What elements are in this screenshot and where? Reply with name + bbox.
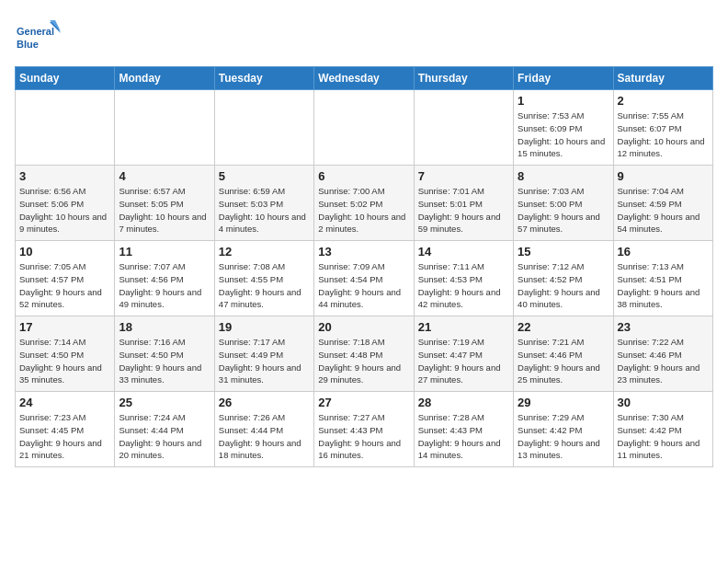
- calendar-cell: 10Sunrise: 7:05 AM Sunset: 4:57 PM Dayli…: [16, 241, 115, 316]
- calendar-cell: [115, 90, 214, 166]
- day-info: Sunrise: 7:55 AM Sunset: 6:07 PM Dayligh…: [618, 109, 709, 160]
- weekday-header-row: SundayMondayTuesdayWednesdayThursdayFrid…: [16, 67, 713, 90]
- day-info: Sunrise: 7:04 AM Sunset: 4:59 PM Dayligh…: [618, 185, 709, 236]
- calendar-cell: 22Sunrise: 7:21 AM Sunset: 4:46 PM Dayli…: [514, 316, 613, 392]
- calendar-cell: 7Sunrise: 7:01 AM Sunset: 5:01 PM Daylig…: [414, 166, 513, 241]
- weekday-header-saturday: Saturday: [613, 67, 712, 90]
- svg-text:Blue: Blue: [17, 39, 39, 50]
- header: General Blue: [15, 15, 713, 59]
- day-number: 30: [618, 396, 709, 409]
- day-number: 25: [119, 396, 210, 409]
- calendar-cell: 11Sunrise: 7:07 AM Sunset: 4:56 PM Dayli…: [115, 241, 214, 316]
- calendar-table: SundayMondayTuesdayWednesdayThursdayFrid…: [15, 66, 713, 467]
- calendar-cell: 14Sunrise: 7:11 AM Sunset: 4:53 PM Dayli…: [414, 241, 513, 316]
- logo: General Blue: [15, 18, 61, 59]
- day-number: 12: [219, 245, 310, 259]
- calendar-cell: 20Sunrise: 7:18 AM Sunset: 4:48 PM Dayli…: [314, 316, 414, 392]
- day-number: 7: [418, 169, 509, 183]
- calendar-cell: 1Sunrise: 7:53 AM Sunset: 6:09 PM Daylig…: [514, 90, 613, 166]
- day-number: 11: [119, 245, 210, 259]
- day-info: Sunrise: 7:14 AM Sunset: 4:50 PM Dayligh…: [19, 336, 110, 386]
- calendar-cell: 13Sunrise: 7:09 AM Sunset: 4:54 PM Dayli…: [314, 241, 414, 316]
- day-info: Sunrise: 7:27 AM Sunset: 4:43 PM Dayligh…: [318, 411, 409, 462]
- day-info: Sunrise: 7:11 AM Sunset: 4:53 PM Dayligh…: [418, 260, 509, 311]
- calendar-cell: 24Sunrise: 7:23 AM Sunset: 4:45 PM Dayli…: [16, 392, 115, 467]
- day-info: Sunrise: 7:22 AM Sunset: 4:46 PM Dayligh…: [618, 336, 709, 386]
- calendar-cell: 6Sunrise: 7:00 AM Sunset: 5:02 PM Daylig…: [314, 166, 414, 241]
- day-number: 15: [518, 245, 609, 259]
- day-number: 22: [518, 320, 609, 334]
- day-number: 14: [418, 245, 509, 259]
- svg-text:General: General: [17, 26, 54, 37]
- day-info: Sunrise: 7:00 AM Sunset: 5:02 PM Dayligh…: [318, 185, 409, 236]
- day-number: 19: [219, 320, 310, 334]
- day-info: Sunrise: 7:28 AM Sunset: 4:43 PM Dayligh…: [418, 411, 509, 462]
- calendar-cell: 4Sunrise: 6:57 AM Sunset: 5:05 PM Daylig…: [115, 166, 214, 241]
- calendar-week-row: 1Sunrise: 7:53 AM Sunset: 6:09 PM Daylig…: [16, 90, 713, 166]
- calendar-week-row: 24Sunrise: 7:23 AM Sunset: 4:45 PM Dayli…: [16, 392, 713, 467]
- calendar-week-row: 10Sunrise: 7:05 AM Sunset: 4:57 PM Dayli…: [16, 241, 713, 316]
- day-number: 13: [318, 245, 409, 259]
- calendar-cell: 21Sunrise: 7:19 AM Sunset: 4:47 PM Dayli…: [414, 316, 513, 392]
- day-info: Sunrise: 7:09 AM Sunset: 4:54 PM Dayligh…: [318, 260, 409, 311]
- calendar-cell: 18Sunrise: 7:16 AM Sunset: 4:50 PM Dayli…: [115, 316, 214, 392]
- day-number: 6: [318, 169, 409, 183]
- day-number: 17: [19, 320, 110, 334]
- calendar-cell: 19Sunrise: 7:17 AM Sunset: 4:49 PM Dayli…: [214, 316, 313, 392]
- calendar-body: 1Sunrise: 7:53 AM Sunset: 6:09 PM Daylig…: [16, 90, 713, 467]
- day-number: 24: [19, 396, 110, 409]
- weekday-header-friday: Friday: [514, 67, 613, 90]
- day-info: Sunrise: 7:01 AM Sunset: 5:01 PM Dayligh…: [418, 185, 509, 236]
- weekday-header-monday: Monday: [115, 67, 214, 90]
- day-number: 1: [518, 94, 609, 108]
- calendar-cell: 17Sunrise: 7:14 AM Sunset: 4:50 PM Dayli…: [16, 316, 115, 392]
- day-number: 3: [19, 169, 110, 183]
- day-info: Sunrise: 7:05 AM Sunset: 4:57 PM Dayligh…: [19, 260, 110, 311]
- day-info: Sunrise: 7:53 AM Sunset: 6:09 PM Dayligh…: [518, 109, 609, 160]
- day-info: Sunrise: 7:08 AM Sunset: 4:55 PM Dayligh…: [219, 260, 310, 311]
- day-number: 10: [19, 245, 110, 259]
- calendar-header: SundayMondayTuesdayWednesdayThursdayFrid…: [16, 67, 713, 90]
- day-number: 20: [318, 320, 409, 334]
- calendar-cell: 25Sunrise: 7:24 AM Sunset: 4:44 PM Dayli…: [115, 392, 214, 467]
- day-number: 23: [618, 320, 709, 334]
- calendar-cell: 16Sunrise: 7:13 AM Sunset: 4:51 PM Dayli…: [613, 241, 712, 316]
- calendar-cell: 27Sunrise: 7:27 AM Sunset: 4:43 PM Dayli…: [314, 392, 414, 467]
- day-info: Sunrise: 7:21 AM Sunset: 4:46 PM Dayligh…: [518, 336, 609, 386]
- calendar-cell: 30Sunrise: 7:30 AM Sunset: 4:42 PM Dayli…: [613, 392, 712, 467]
- day-info: Sunrise: 7:07 AM Sunset: 4:56 PM Dayligh…: [119, 260, 210, 311]
- calendar-cell: 26Sunrise: 7:26 AM Sunset: 4:44 PM Dayli…: [214, 392, 313, 467]
- calendar-cell: 8Sunrise: 7:03 AM Sunset: 5:00 PM Daylig…: [514, 166, 613, 241]
- day-number: 27: [318, 396, 409, 409]
- day-info: Sunrise: 6:56 AM Sunset: 5:06 PM Dayligh…: [19, 185, 110, 236]
- day-number: 9: [618, 169, 709, 183]
- weekday-header-tuesday: Tuesday: [214, 67, 313, 90]
- calendar-cell: 3Sunrise: 6:56 AM Sunset: 5:06 PM Daylig…: [16, 166, 115, 241]
- day-number: 29: [518, 396, 609, 409]
- calendar-cell: 2Sunrise: 7:55 AM Sunset: 6:07 PM Daylig…: [613, 90, 712, 166]
- calendar-cell: 5Sunrise: 6:59 AM Sunset: 5:03 PM Daylig…: [214, 166, 313, 241]
- calendar-cell: [214, 90, 313, 166]
- day-number: 26: [219, 396, 310, 409]
- day-number: 4: [119, 169, 210, 183]
- day-info: Sunrise: 7:16 AM Sunset: 4:50 PM Dayligh…: [119, 336, 210, 386]
- weekday-header-sunday: Sunday: [16, 67, 115, 90]
- day-info: Sunrise: 7:24 AM Sunset: 4:44 PM Dayligh…: [119, 411, 210, 462]
- logo-svg: General Blue: [15, 18, 61, 59]
- day-info: Sunrise: 6:57 AM Sunset: 5:05 PM Dayligh…: [119, 185, 210, 236]
- day-info: Sunrise: 7:30 AM Sunset: 4:42 PM Dayligh…: [618, 411, 709, 462]
- calendar-cell: 15Sunrise: 7:12 AM Sunset: 4:52 PM Dayli…: [514, 241, 613, 316]
- calendar-week-row: 3Sunrise: 6:56 AM Sunset: 5:06 PM Daylig…: [16, 166, 713, 241]
- day-info: Sunrise: 7:29 AM Sunset: 4:42 PM Dayligh…: [518, 411, 609, 462]
- day-info: Sunrise: 6:59 AM Sunset: 5:03 PM Dayligh…: [219, 185, 310, 236]
- weekday-header-wednesday: Wednesday: [314, 67, 414, 90]
- day-number: 21: [418, 320, 509, 334]
- day-info: Sunrise: 7:18 AM Sunset: 4:48 PM Dayligh…: [318, 336, 409, 386]
- weekday-header-thursday: Thursday: [414, 67, 513, 90]
- day-info: Sunrise: 7:19 AM Sunset: 4:47 PM Dayligh…: [418, 336, 509, 386]
- day-info: Sunrise: 7:17 AM Sunset: 4:49 PM Dayligh…: [219, 336, 310, 386]
- calendar-week-row: 17Sunrise: 7:14 AM Sunset: 4:50 PM Dayli…: [16, 316, 713, 392]
- day-info: Sunrise: 7:13 AM Sunset: 4:51 PM Dayligh…: [618, 260, 709, 311]
- calendar-cell: 12Sunrise: 7:08 AM Sunset: 4:55 PM Dayli…: [214, 241, 313, 316]
- day-info: Sunrise: 7:12 AM Sunset: 4:52 PM Dayligh…: [518, 260, 609, 311]
